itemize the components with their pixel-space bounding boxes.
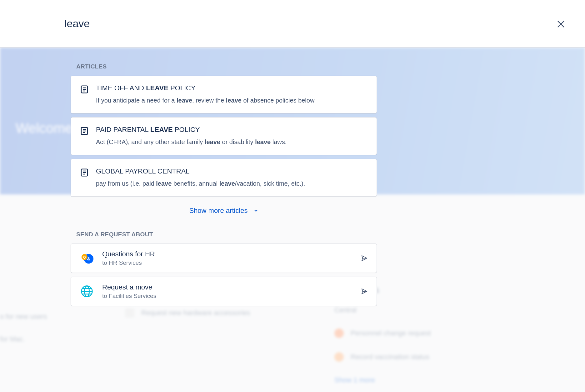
send-icon [361, 288, 368, 295]
globe-icon [80, 284, 94, 299]
article-icon [80, 85, 89, 94]
send-icon [361, 255, 368, 262]
request-item[interactable]: Request a move to Facilities Services [71, 277, 377, 306]
article-title: PAID PARENTAL LEAVE POLICY [96, 126, 368, 134]
svg-text:Q: Q [83, 255, 86, 259]
request-title: Request a move [102, 283, 353, 291]
article-snippet: Act (CFRA), and any other state family l… [96, 138, 368, 147]
search-modal: ARTICLES TIME OFF AND LEAVE POLICY If yo… [0, 0, 585, 392]
article-title: TIME OFF AND LEAVE POLICY [96, 84, 368, 92]
request-title: Questions for HR [102, 250, 353, 258]
svg-text:&: & [87, 256, 90, 261]
article-snippet: If you anticipate a need for a leave, re… [96, 96, 368, 105]
close-icon [557, 20, 565, 28]
article-result[interactable]: TIME OFF AND LEAVE POLICY If you anticip… [71, 76, 377, 113]
article-icon [80, 168, 89, 177]
search-input[interactable] [64, 18, 521, 30]
search-bar [0, 0, 585, 48]
show-more-articles[interactable]: Show more articles [71, 207, 377, 215]
articles-label: ARTICLES [76, 63, 377, 70]
request-dest: to HR Services [102, 259, 353, 266]
request-item[interactable]: & Q Questions for HR to HR Services [71, 244, 377, 273]
request-dest: to Facilities Services [102, 293, 353, 299]
article-result[interactable]: GLOBAL PAYROLL CENTRAL pay from us (i.e.… [71, 159, 377, 197]
search-results: ARTICLES TIME OFF AND LEAVE POLICY If yo… [71, 48, 377, 306]
chevron-down-icon [253, 208, 258, 213]
article-icon [80, 126, 89, 136]
qa-icon: & Q [80, 251, 94, 265]
close-button[interactable] [554, 17, 568, 31]
article-title: GLOBAL PAYROLL CENTRAL [96, 167, 368, 175]
show-more-label: Show more articles [189, 207, 248, 215]
article-result[interactable]: PAID PARENTAL LEAVE POLICY Act (CFRA), a… [71, 117, 377, 155]
request-section-label: SEND A REQUEST ABOUT [76, 231, 377, 238]
article-snippet: pay from us (i.e. paid leave benefits, a… [96, 179, 368, 188]
